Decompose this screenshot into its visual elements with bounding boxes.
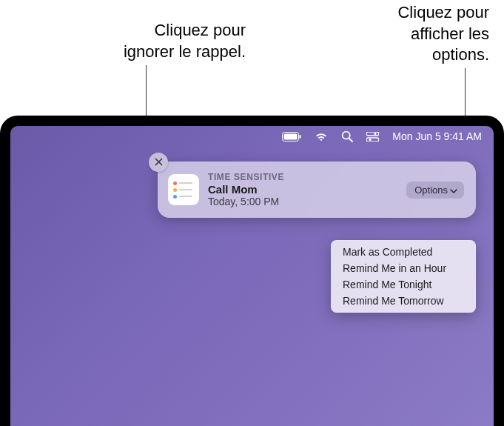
callout-options-text: Cliquez pour afficher les options. [386, 2, 489, 66]
close-button[interactable] [149, 153, 168, 172]
battery-icon[interactable] [282, 132, 301, 142]
desktop-wallpaper: Mon Jun 5 9:41 AM TIME SENSITIVE Call Mo… [10, 126, 494, 426]
reminder-notification[interactable]: TIME SENSITIVE Call Mom Today, 5:00 PM O… [158, 162, 476, 218]
svg-rect-2 [300, 135, 301, 139]
menu-item-remind-hour[interactable]: Remind Me in an Hour [331, 260, 476, 276]
menubar-clock[interactable]: Mon Jun 5 9:41 AM [392, 130, 482, 142]
menu-item-remind-tomorrow[interactable]: Remind Me Tomorrow [331, 293, 476, 309]
menubar: Mon Jun 5 9:41 AM [10, 126, 494, 147]
notification-subtitle: Today, 5:00 PM [208, 196, 397, 207]
laptop-frame: Mon Jun 5 9:41 AM TIME SENSITIVE Call Mo… [0, 116, 504, 426]
chevron-down-icon [450, 184, 457, 196]
reminders-app-icon [168, 174, 199, 205]
svg-rect-5 [366, 132, 379, 136]
menu-item-mark-completed[interactable]: Mark as Completed [331, 244, 476, 260]
options-dropdown: Mark as Completed Remind Me in an Hour R… [331, 240, 476, 313]
options-button[interactable]: Options [406, 182, 464, 199]
notification-title: Call Mom [208, 183, 397, 196]
close-icon [155, 156, 163, 169]
menu-item-remind-tonight[interactable]: Remind Me Tonight [331, 276, 476, 293]
search-icon[interactable] [341, 130, 353, 142]
notification-eyebrow: TIME SENSITIVE [208, 172, 397, 182]
svg-point-6 [374, 132, 377, 134]
wifi-icon[interactable] [315, 132, 328, 142]
svg-line-4 [349, 139, 353, 142]
options-label: Options [414, 184, 448, 196]
control-center-icon[interactable] [366, 132, 379, 142]
notification-container: TIME SENSITIVE Call Mom Today, 5:00 PM O… [158, 162, 476, 218]
callout-dismiss-text: Cliquez pour ignorer le rappel. [109, 20, 246, 62]
svg-point-8 [369, 138, 372, 140]
svg-rect-1 [284, 133, 298, 139]
svg-rect-7 [366, 138, 379, 142]
notification-body: TIME SENSITIVE Call Mom Today, 5:00 PM [208, 172, 397, 207]
